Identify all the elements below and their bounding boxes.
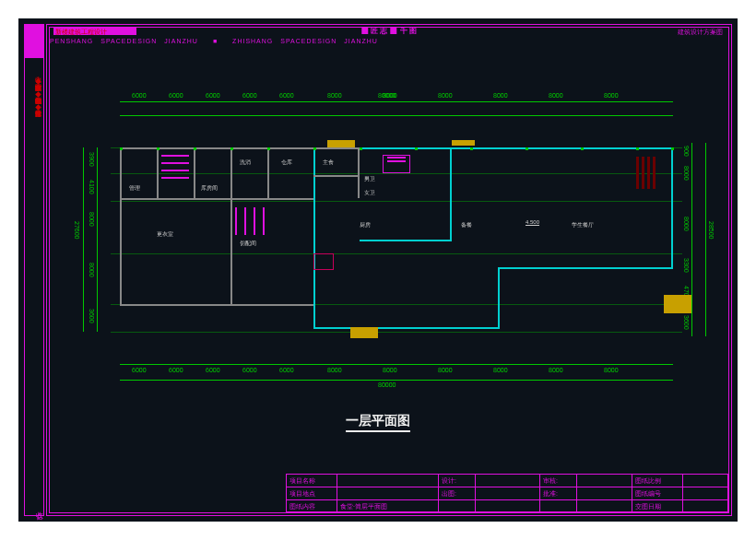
dim-tb-4: 6000 bbox=[279, 92, 294, 99]
dim-left-total bbox=[83, 147, 84, 332]
column bbox=[230, 147, 233, 150]
dim-tb-3: 6000 bbox=[242, 92, 257, 99]
tb-val bbox=[683, 500, 727, 513]
column bbox=[267, 147, 270, 150]
grid-h bbox=[111, 201, 682, 202]
dim-bb-8: 8000 bbox=[493, 367, 508, 373]
stair-icon bbox=[313, 253, 334, 270]
dim-rb-0: 900 bbox=[683, 146, 690, 157]
dim-tb-5: 8000 bbox=[327, 92, 342, 99]
wall bbox=[358, 147, 360, 198]
dim-bb-10: 8000 bbox=[604, 367, 619, 373]
tb-val bbox=[476, 475, 540, 487]
dim-rb-5: 3600 bbox=[683, 315, 690, 330]
furniture bbox=[647, 157, 650, 189]
dim-tb-2: 6000 bbox=[206, 92, 220, 99]
dim-bb-5: 8000 bbox=[327, 367, 342, 373]
dim-tb-10: 8000 bbox=[604, 92, 619, 99]
room-label: 切配间 bbox=[240, 240, 256, 248]
counter bbox=[244, 207, 246, 235]
wall bbox=[157, 147, 159, 198]
tb-label: 项目名称 bbox=[287, 475, 337, 487]
tb-label: 批准: bbox=[540, 487, 577, 499]
sidebar-logo-block bbox=[25, 25, 43, 58]
wall bbox=[313, 175, 360, 177]
furniture bbox=[653, 157, 656, 189]
furniture bbox=[636, 157, 639, 189]
tb-label: 项目地点 bbox=[287, 487, 337, 499]
wall-cyan bbox=[313, 327, 498, 329]
column bbox=[470, 147, 473, 150]
wall bbox=[230, 147, 232, 304]
dim-lb-3: 8000 bbox=[89, 212, 95, 227]
column bbox=[120, 147, 123, 150]
dim-tb-1: 6000 bbox=[169, 92, 183, 99]
dim-top-bays bbox=[120, 115, 673, 116]
column bbox=[671, 147, 674, 150]
column bbox=[526, 147, 528, 150]
level-marker: 4.500 bbox=[526, 219, 539, 225]
furniture bbox=[642, 157, 644, 189]
room-label: 仓库 bbox=[281, 158, 292, 167]
grid-h bbox=[111, 253, 682, 254]
wall bbox=[120, 147, 122, 304]
tb-val bbox=[476, 500, 540, 513]
tb-val: 食堂·简层平面图 bbox=[337, 500, 439, 513]
tb-val bbox=[683, 487, 727, 499]
wall-cyan bbox=[360, 147, 673, 149]
room-label: 洗消 bbox=[240, 158, 251, 167]
header-center-logo: 匠 志 千 图 bbox=[361, 26, 416, 36]
tb-label: 设计: bbox=[439, 475, 476, 487]
column bbox=[360, 147, 362, 150]
tb-val bbox=[540, 500, 577, 513]
tb-val bbox=[337, 475, 439, 487]
header-right-text: 建筑设计方案图 bbox=[678, 28, 723, 37]
stair-icon bbox=[452, 140, 475, 146]
tb-val bbox=[476, 487, 540, 499]
dim-lb-2: 3900 bbox=[89, 152, 95, 167]
dim-bot-total bbox=[120, 380, 673, 381]
column bbox=[415, 147, 418, 150]
table-row: 图纸内容 食堂·简层平面图 交图日期 bbox=[287, 500, 727, 513]
tb-label: 图纸编号 bbox=[632, 487, 683, 499]
room-label: 学生餐厅 bbox=[572, 221, 594, 229]
tb-label: 交图日期 bbox=[632, 500, 683, 513]
grid-h bbox=[111, 332, 682, 333]
tb-label: 图纸内容 bbox=[287, 500, 337, 513]
counter bbox=[254, 207, 255, 235]
drawing-area[interactable]: 80000 6000 6000 6000 6000 6000 8000 8000… bbox=[74, 92, 719, 396]
dim-lb-1: 4100 bbox=[89, 180, 95, 194]
dim-bb-4: 6000 bbox=[279, 367, 294, 373]
dim-lb-0: 3600 bbox=[89, 309, 95, 323]
dim-right-bays bbox=[691, 143, 692, 336]
tb-label: 图纸比例 bbox=[632, 475, 683, 487]
column bbox=[313, 147, 316, 150]
room-label: 厨房 bbox=[360, 221, 371, 229]
counter bbox=[161, 155, 189, 157]
counter bbox=[263, 207, 265, 235]
tb-val bbox=[337, 487, 439, 499]
tb-val bbox=[577, 487, 632, 499]
stair-icon bbox=[664, 295, 691, 313]
room-label: 男卫 bbox=[364, 175, 375, 183]
counter bbox=[161, 162, 189, 164]
counter bbox=[161, 170, 189, 171]
company-name: 新楼建筑工程设计 bbox=[55, 28, 107, 37]
column bbox=[194, 147, 196, 150]
room-label: 更衣室 bbox=[157, 230, 173, 239]
logo-text-2: 千 图 bbox=[400, 26, 417, 36]
elevator-det bbox=[387, 157, 406, 158]
wall-cyan bbox=[498, 267, 673, 269]
logo-square-icon bbox=[361, 28, 368, 34]
wall bbox=[267, 147, 269, 198]
counter bbox=[235, 207, 237, 235]
tb-label: 审核: bbox=[540, 475, 577, 487]
title-block-table: 项目名称 设计: 审核: 图纸比例 项目地点 出图: 批准: 图纸编号 图纸内容… bbox=[286, 474, 728, 512]
dim-bb-9: 8000 bbox=[549, 367, 563, 373]
dim-rb-1: 8000 bbox=[683, 166, 690, 181]
grid-h bbox=[111, 173, 682, 174]
sidebar-warning-text: 收合 ◆本图版权归本设计工作室所有，◆任何单位或私人不得复制或翻印。◆上传共享请… bbox=[29, 71, 41, 460]
dim-top-total bbox=[120, 101, 673, 102]
dim-right-total-val: 28500 bbox=[708, 221, 715, 239]
column bbox=[581, 147, 584, 150]
